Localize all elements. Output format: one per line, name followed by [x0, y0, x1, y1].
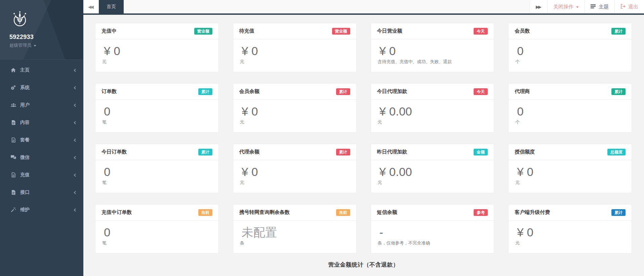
- card-title: 充值中订单数: [102, 209, 132, 216]
- card-value: ¥ 0: [104, 44, 212, 58]
- card-title: 充值中: [102, 28, 117, 34]
- card-unit: 元: [378, 119, 488, 125]
- sidebar-item-home[interactable]: 主页: [0, 61, 83, 79]
- sidebar-item-label: 微信: [20, 154, 30, 160]
- theme-button[interactable]: 主题: [585, 0, 614, 13]
- card-value: 0: [517, 104, 626, 119]
- users-icon: [10, 102, 16, 108]
- chevron-left-icon: [74, 68, 77, 72]
- sidebar-item-interface[interactable]: 接口: [0, 184, 83, 201]
- stat-card-grid: 充值中营业额 ¥ 0元 待充值营业额 ¥ 0元 今日营业额今天 ¥ 0含待充值、…: [95, 23, 632, 254]
- sidebar-item-package[interactable]: 套餐: [0, 131, 83, 149]
- chevron-left-icon: [74, 121, 77, 124]
- card-unit: 元: [378, 180, 488, 186]
- tab-home-label: 首页: [107, 4, 116, 10]
- stat-card-yesterday-agent-funding: 昨日代理加款金额 ¥ 0.00元: [371, 144, 494, 193]
- stat-card-credit-limit: 授信额度总额度 ¥ 0元: [508, 144, 632, 193]
- status-badge: 累计: [198, 88, 212, 95]
- chevron-left-icon: [74, 173, 77, 177]
- stat-card-agent-balance: 代理余额累计 ¥ 0元: [233, 144, 357, 193]
- dashboard-content: 充值中营业额 ¥ 0元 待充值营业额 ¥ 0元 今日营业额今天 ¥ 0含待充值、…: [83, 15, 644, 276]
- card-value: -: [379, 225, 488, 239]
- sidebar-item-recharge[interactable]: 充值: [0, 166, 83, 184]
- card-unit: 元: [240, 180, 350, 186]
- stat-card-today-agent-funding: 今日代理加款今天 ¥ 0.00元: [371, 83, 494, 133]
- chevron-down-icon: [34, 45, 36, 47]
- sidebar-item-wechat[interactable]: 微信: [0, 149, 83, 166]
- file-lines-icon: [10, 172, 16, 178]
- card-title: 代理商: [515, 88, 530, 95]
- card-title: 代理余额: [239, 149, 259, 155]
- sidebar-item-label: 内容: [20, 120, 30, 126]
- collapse-tabs-left-button[interactable]: ◀◀: [83, 0, 99, 13]
- tab-bar: ◀◀ 首页 ▶▶ 关闭操作 主题: [83, 0, 644, 15]
- stat-card-member-balance: 会员余额累计 ¥ 0元: [233, 83, 357, 133]
- card-unit: 个: [515, 119, 626, 125]
- card-title: 订单数: [102, 88, 117, 95]
- card-value: ¥ 0: [242, 44, 350, 58]
- stat-card-recharging-order-count: 充值中订单数当前 0笔: [95, 204, 219, 254]
- stat-card-agent-count: 代理商累计 0个: [508, 83, 632, 133]
- chevron-down-icon: [576, 6, 579, 8]
- card-unit: 元: [240, 119, 350, 125]
- sidebar-item-label: 系统: [20, 85, 30, 91]
- status-badge: 参考: [474, 209, 488, 216]
- card-unit: 条: [240, 240, 350, 246]
- sidebar-nav: 主页: [0, 59, 83, 219]
- status-badge: 营业额: [194, 28, 212, 35]
- card-title: 携号转网查询剩余条数: [239, 209, 290, 216]
- tab-bar-spacer: [124, 0, 530, 13]
- sidebar-item-system[interactable]: 系统: [0, 79, 83, 96]
- sidebar-item-content[interactable]: 内容: [0, 114, 83, 131]
- card-value: 0: [517, 44, 626, 58]
- card-value: 0: [104, 165, 212, 179]
- card-unit: 个: [515, 59, 626, 65]
- card-title: 授信额度: [515, 149, 535, 155]
- close-operations-label: 关闭操作: [553, 4, 573, 10]
- expand-tabs-right-button[interactable]: ▶▶: [530, 0, 547, 13]
- chevron-left-icon: [74, 103, 77, 107]
- sidebar-item-maintenance[interactable]: 维护: [0, 201, 83, 219]
- sidebar-item-users[interactable]: 用户: [0, 96, 83, 114]
- card-title: 今日营业额: [377, 28, 402, 34]
- card-title: 短信余额: [377, 209, 397, 216]
- logout-button[interactable]: 退出: [614, 0, 644, 13]
- sign-out-icon: [620, 4, 626, 10]
- stat-card-client-upgrade-fee: 客户端升级付费累计 ¥ 0元: [508, 204, 632, 254]
- status-badge: 今天: [474, 28, 488, 35]
- status-badge: 累计: [611, 28, 626, 35]
- card-unit: 笔: [102, 119, 212, 125]
- card-unit: 元: [240, 59, 350, 65]
- stat-card-recharging: 充值中营业额 ¥ 0元: [95, 23, 219, 72]
- chevron-left-icon: [74, 191, 77, 194]
- revenue-stats-section-title: 营业金额统计（不含退款）: [95, 261, 632, 269]
- stat-card-pending-recharge: 待充值营业额 ¥ 0元: [233, 23, 357, 72]
- status-badge: 当前: [198, 209, 212, 216]
- stat-card-today-order-count: 今日订单数累计 0笔: [95, 144, 219, 193]
- status-badge: 金额: [474, 149, 488, 155]
- card-value: 未配置: [242, 225, 350, 239]
- user-id: 5922933: [9, 34, 83, 41]
- card-note: 含待充值、充值中、成功、失败、退款: [378, 59, 488, 65]
- home-icon: [10, 67, 16, 73]
- stat-card-member-count: 会员数累计 0个: [508, 23, 632, 72]
- close-operations-dropdown[interactable]: 关闭操作: [547, 0, 585, 13]
- role-dropdown[interactable]: 超级管理员: [9, 42, 36, 48]
- tab-bar-controls: ▶▶ 关闭操作 主题 退出: [530, 0, 644, 13]
- sidebar-item-label: 用户: [20, 102, 30, 108]
- tab-home[interactable]: 首页: [99, 0, 124, 13]
- card-value: 0: [104, 225, 212, 239]
- chevron-left-icon: [74, 86, 77, 89]
- stat-card-sms-balance: 短信余额参考 -条，仅做参考，不完全准确: [371, 204, 494, 254]
- logout-label: 退出: [628, 4, 638, 10]
- status-badge: 累计: [198, 149, 212, 155]
- main-area: ◀◀ 首页 ▶▶ 关闭操作 主题: [83, 0, 644, 276]
- card-value: 0: [104, 104, 212, 119]
- sidebar-item-label: 充值: [20, 172, 30, 178]
- card-title: 会员余额: [239, 88, 259, 95]
- card-value: ¥ 0: [517, 225, 626, 239]
- app-window: 5922933 超级管理员 主页: [0, 0, 644, 276]
- card-value: ¥ 0: [242, 104, 350, 119]
- status-badge: 累计: [336, 149, 350, 155]
- profile-section: 5922933 超级管理员: [0, 0, 83, 59]
